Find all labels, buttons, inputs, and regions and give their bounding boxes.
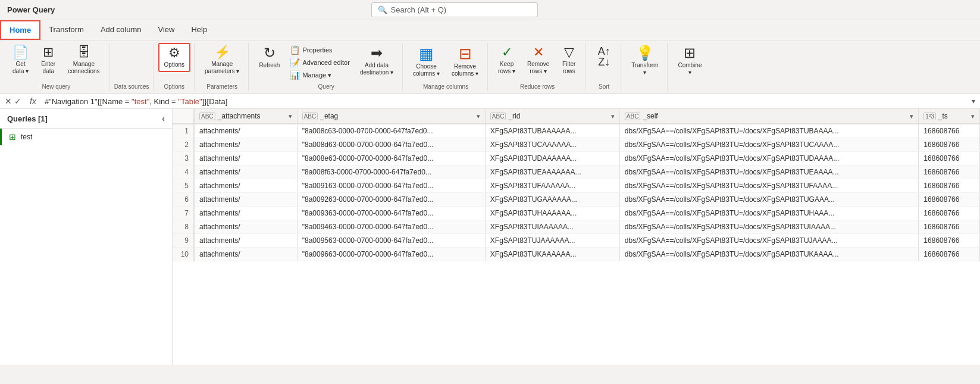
col-filter-ts[interactable]: ▾ xyxy=(971,113,975,120)
col-label-attachments: _attachments xyxy=(218,112,261,120)
tab-help[interactable]: Help xyxy=(183,20,215,40)
tab-transform[interactable]: Transform xyxy=(40,20,92,40)
ribbon-group-options: ⚙ Options Options xyxy=(155,43,195,91)
properties-button[interactable]: 📋 Properties xyxy=(286,44,353,56)
keep-rows-label: Keeprows ▾ xyxy=(498,61,515,75)
data-area[interactable]: ABC _attachments ▾ ABC _etag ▾ xyxy=(173,109,980,365)
col-label-ts: _ts xyxy=(938,112,948,120)
get-data-icon: 📄 xyxy=(12,46,29,59)
transform-button[interactable]: 💡 Transform▾ xyxy=(626,43,663,79)
cell-self: dbs/XFgSAA==/colls/XFgSAPt83TU=/docs/XFg… xyxy=(619,248,919,261)
queries-title: Queries [1] xyxy=(7,114,48,123)
col-filter-rid[interactable]: ▾ xyxy=(611,113,615,120)
cell-etag: "8a009363-0000-0700-0000-647fa7ed0... xyxy=(297,207,485,220)
filter-rows-icon: ▽ xyxy=(564,46,574,59)
refresh-label: Refresh xyxy=(259,62,280,69)
cell-etag: "8a008f63-0000-0700-0000-647fa7ed0... xyxy=(297,166,485,179)
formula-cancel-icon[interactable]: ✕ xyxy=(5,96,12,106)
col-header-rid: ABC _rid ▾ xyxy=(485,109,619,124)
table-row: 7attachments/"8a009363-0000-0700-0000-64… xyxy=(173,207,980,220)
refresh-button[interactable]: ↻ Refresh xyxy=(253,43,285,72)
ribbon-content: 📄 Getdata ▾ ⊞ Enterdata 🗄 Manageconnecti… xyxy=(0,40,980,93)
cell-attachments: attachments/ xyxy=(194,234,297,248)
ribbon-group-options-label: Options xyxy=(158,82,190,91)
combine-label: Combine▾ xyxy=(678,62,702,76)
transform-label: Transform▾ xyxy=(631,62,658,76)
cell-rid: XFgSAPt83TUBAAAAAA... xyxy=(485,124,619,138)
formula-bar-content: #"Navigation 1"{[Name = "test", Kind = "… xyxy=(45,97,967,106)
cell-attachments: attachments/ xyxy=(194,179,297,193)
manage-connections-button[interactable]: 🗄 Manageconnections xyxy=(62,43,105,78)
tab-add-column[interactable]: Add column xyxy=(92,20,150,40)
cell-ts: 168608766 xyxy=(919,193,980,207)
options-button[interactable]: ⚙ Options xyxy=(158,43,190,72)
col-type-ts: 1²3 xyxy=(923,113,935,120)
ribbon-group-data-sources: Data sources xyxy=(111,43,154,91)
ribbon-group-reduce-rows: ✓ Keeprows ▾ ✕ Removerows ▾ ▽ Filterrows… xyxy=(489,43,586,91)
col-label-self: _self xyxy=(643,112,657,120)
cell-attachments: attachments/ xyxy=(194,166,297,179)
table-row: 6attachments/"8a009263-0000-0700-0000-64… xyxy=(173,193,980,207)
col-type-self: ABC xyxy=(625,113,641,120)
col-type-attachments: ABC xyxy=(199,113,215,120)
sort-az-icon: A↑Z↓ xyxy=(598,46,610,67)
manage-parameters-button[interactable]: ⚡ Manageparameters ▾ xyxy=(199,43,245,78)
cell-attachments: attachments/ xyxy=(194,138,297,152)
cell-rid: XFgSAPt83TUKAAAAAA... xyxy=(485,248,619,261)
choose-columns-button[interactable]: ▦ Choosecolumns ▾ xyxy=(408,43,445,80)
remove-rows-label: Removerows ▾ xyxy=(527,61,549,75)
search-bar[interactable]: 🔍 Search (Alt + Q) xyxy=(371,2,538,17)
cell-ts: 168608766 xyxy=(919,124,980,138)
ribbon-group-query-items: ↻ Refresh 📋 Properties 📝 Advanced editor… xyxy=(253,43,399,82)
options-icon: ⚙ xyxy=(168,46,180,60)
enter-data-button[interactable]: ⊞ Enterdata xyxy=(35,43,61,78)
ribbon-group-transform: 💡 Transform▾ xyxy=(622,43,668,91)
query-item-label: test xyxy=(21,133,32,141)
remove-rows-button[interactable]: ✕ Removerows ▾ xyxy=(522,43,555,78)
ribbon-group-sort-label: Sort xyxy=(591,82,617,91)
col-filter-self[interactable]: ▾ xyxy=(910,113,913,120)
col-type-etag: ABC xyxy=(302,113,318,120)
queries-collapse-button[interactable]: ‹ xyxy=(162,114,165,123)
ribbon-group-reduce-rows-label: Reduce rows xyxy=(493,82,582,91)
formula-expand-icon[interactable]: ▾ xyxy=(972,97,975,105)
get-data-button[interactable]: 📄 Getdata ▾ xyxy=(7,43,34,78)
tab-view[interactable]: View xyxy=(150,20,183,40)
filter-rows-button[interactable]: ▽ Filterrows xyxy=(556,43,582,78)
ribbon-group-transform-items: 💡 Transform▾ xyxy=(626,43,663,89)
cell-ts: 168608766 xyxy=(919,166,980,179)
keep-rows-button[interactable]: ✓ Keeprows ▾ xyxy=(493,43,521,78)
combine-icon: ⊞ xyxy=(684,46,696,60)
ribbon-group-transform-label xyxy=(626,89,663,91)
combine-button[interactable]: ⊞ Combine▾ xyxy=(672,43,707,79)
cell-self: dbs/XFgSAA==/colls/XFgSAPt83TU=/docs/XFg… xyxy=(619,193,919,207)
table-header-row: ABC _attachments ▾ ABC _etag ▾ xyxy=(173,109,980,124)
col-type-rid: ABC xyxy=(490,113,506,120)
properties-icon: 📋 xyxy=(290,45,300,55)
query-item-test[interactable]: ⊞ test xyxy=(0,129,172,145)
ribbon-group-combine-items: ⊞ Combine▾ xyxy=(672,43,707,89)
col-filter-attachments[interactable]: ▾ xyxy=(289,113,292,120)
manage-button[interactable]: 📊 Manage ▾ xyxy=(286,69,353,81)
ribbon: Home Transform Add column View Help 📄 Ge… xyxy=(0,20,980,94)
cell-self: dbs/XFgSAA==/colls/XFgSAPt83TU=/docs/XFg… xyxy=(619,138,919,152)
advanced-editor-icon: 📝 xyxy=(290,58,300,67)
get-data-label: Getdata ▾ xyxy=(12,61,29,75)
ribbon-group-manage-columns-label: Manage columns xyxy=(408,82,484,91)
refresh-icon: ↻ xyxy=(264,46,275,60)
search-icon: 🔍 xyxy=(378,5,387,14)
remove-columns-button[interactable]: ⊟ Removecolumns ▾ xyxy=(446,43,484,80)
choose-columns-label: Choosecolumns ▾ xyxy=(413,63,440,77)
ribbon-group-new-query-label: New query xyxy=(7,82,105,91)
cell-rid: XFgSAPt83TUCAAAAAA... xyxy=(485,138,619,152)
ribbon-group-query-label: Query xyxy=(253,82,399,91)
advanced-editor-button[interactable]: 📝 Advanced editor xyxy=(286,57,353,68)
cell-attachments: attachments/ xyxy=(194,124,297,138)
formula-confirm-icon[interactable]: ✓ xyxy=(14,96,21,106)
add-data-destination-button[interactable]: ➡ Add datadestination ▾ xyxy=(355,43,399,79)
col-filter-etag[interactable]: ▾ xyxy=(477,113,480,120)
sort-ascending-button[interactable]: A↑Z↓ xyxy=(591,43,617,70)
tab-home[interactable]: Home xyxy=(0,20,40,40)
formula-bar-actions: ✕ ✓ xyxy=(5,96,21,106)
cell-ts: 168608766 xyxy=(919,152,980,166)
